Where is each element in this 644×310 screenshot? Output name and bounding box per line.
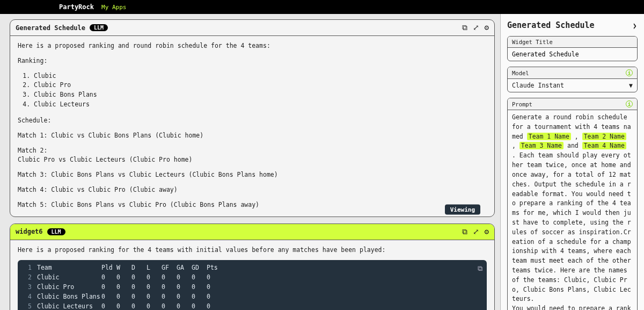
field-label: Model	[512, 70, 529, 76]
info-icon[interactable]: i	[626, 69, 633, 76]
table-row: Clubic00000000	[37, 273, 222, 283]
match-line: Match 5: Clubic Bons Plans vs Clubic Pro…	[18, 200, 487, 210]
chevron-down-icon: ▼	[629, 82, 633, 89]
field-label: Prompt	[512, 101, 532, 107]
schedule-label: Schedule:	[18, 116, 487, 126]
copy-icon[interactable]: ⧉	[462, 23, 467, 32]
list-item: Clubic Bons Plans	[34, 90, 487, 100]
intro-text: Here is a proposed ranking and round rob…	[18, 41, 487, 51]
top-nav: PartyRock My Apps	[0, 0, 644, 14]
viewing-badge: Viewing	[445, 204, 480, 214]
prompt-field: Prompt i Generate a round robin schedule…	[507, 98, 638, 310]
chevron-right-icon[interactable]: ›	[632, 17, 638, 33]
table-row: Clubic Lecteurs00000000	[37, 302, 222, 310]
table-header-row: TeamPldWDLGFGAGDPts	[37, 263, 222, 273]
match-line: Clubic Pro vs Clubic Lecteurs (Clubic Pr…	[18, 155, 487, 165]
copy-icon[interactable]: ⧉	[462, 227, 467, 236]
side-panel: Generated Schedule › Widget Title Model …	[500, 14, 644, 310]
widget-generated-schedule: Generated Schedule LLM ⧉ ⤢ ⚙ Here is a p…	[10, 19, 495, 217]
variable-chip[interactable]: Team 1 Name	[527, 133, 571, 140]
widget-header: Generated Schedule LLM ⧉ ⤢ ⚙	[10, 20, 494, 36]
widget-widget6: widget6 LLM ⧉ ⤢ ⚙ Here is a proposed ran…	[10, 224, 495, 310]
prompt-textarea[interactable]: Generate a round robin schedule for a to…	[508, 110, 637, 310]
model-field: Model i Claude Instant ▼	[507, 67, 638, 92]
settings-icon[interactable]: ⚙	[485, 227, 489, 236]
panel-title: Generated Schedule	[507, 20, 595, 30]
match-line: Match 4: Clubic vs Clubic Pro (Clubic aw…	[18, 185, 487, 195]
ranking-list: Clubic Clubic Pro Clubic Bons Plans Club…	[34, 71, 487, 110]
widget-header: widget6 LLM ⧉ ⤢ ⚙	[10, 224, 494, 240]
list-item: Clubic Lecteurs	[34, 100, 487, 110]
intro-text: Here is a proposed ranking for the 4 tea…	[18, 246, 487, 255]
expand-icon[interactable]: ⤢	[473, 227, 479, 236]
field-label: Widget Title	[512, 39, 553, 45]
table-row: Clubic Bons Plans00000000	[37, 292, 222, 302]
ranking-label: Ranking:	[18, 56, 487, 66]
widget-title-input[interactable]	[512, 51, 633, 58]
variable-chip[interactable]: Team 4 Name	[582, 142, 626, 149]
list-item: Clubic	[34, 71, 487, 81]
ranking-table: ⧉ 1 TeamPldWDLGFGAGDPts 2 Clubic00000000…	[18, 260, 487, 310]
expand-icon[interactable]: ⤢	[473, 23, 479, 32]
model-select[interactable]: Claude Instant ▼	[508, 79, 637, 92]
logo: PartyRock	[59, 3, 94, 11]
settings-icon[interactable]: ⚙	[485, 23, 489, 32]
match-line: Match 3: Clubic Bons Plans vs Clubic Lec…	[18, 170, 487, 180]
widget-title: Generated Schedule	[16, 24, 85, 32]
variable-chip[interactable]: Team 2 Name	[582, 133, 626, 140]
table-row: Clubic Pro00000000	[37, 283, 222, 292]
widget-title: widget6	[16, 228, 43, 235]
copy-code-icon[interactable]: ⧉	[478, 263, 482, 274]
llm-badge: LLM	[90, 24, 108, 31]
match-line: Match 2:	[18, 146, 487, 156]
canvas-area: Generated Schedule LLM ⧉ ⤢ ⚙ Here is a p…	[0, 14, 500, 310]
info-icon[interactable]: i	[626, 100, 633, 107]
llm-badge: LLM	[47, 228, 65, 235]
widget-title-field: Widget Title	[507, 36, 638, 61]
my-apps-link[interactable]: My Apps	[101, 4, 126, 11]
variable-chip[interactable]: Team 3 Name	[519, 142, 564, 149]
list-item: Clubic Pro	[34, 81, 487, 90]
match-line: Match 1: Clubic vs Clubic Bons Plans (Cl…	[18, 131, 487, 141]
